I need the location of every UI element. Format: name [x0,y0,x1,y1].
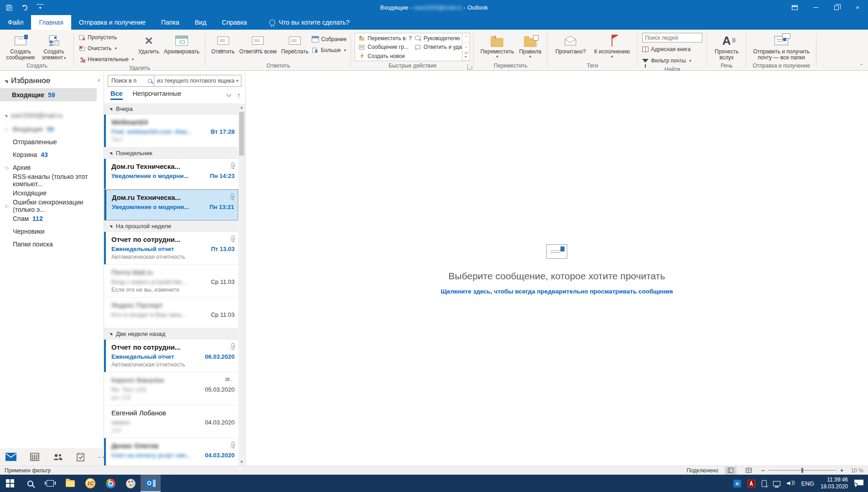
message-list-item[interactable]: Дом.ru Техническа... ✉← Уведомление о мо… [104,159,238,189]
folder-item[interactable]: Черновики [0,225,104,238]
message-list-item[interactable]: Евгений Лобанов ✉← окнкнл 04.03.2020 123 [104,405,238,438]
file-explorer-icon[interactable] [60,475,80,492]
message-group-header[interactable]: На прошлой неделе [104,220,238,232]
message-list-item[interactable]: Кирилл Вакалюк ✉← Re: Тест 123 05.03.202… [104,372,238,405]
cleanup-button[interactable]: Очистить▾ [78,44,135,53]
quick-step-team-message[interactable]: Сообщение гр... [358,44,412,51]
chrome-icon[interactable] [100,475,120,492]
expand-arrow-icon[interactable]: ▷ [5,127,9,132]
tray-outlook-icon[interactable]: o [733,480,741,487]
ribbon-tab-папка[interactable]: Папка [153,15,187,30]
zoom-slider[interactable] [768,470,837,471]
normal-view-button[interactable] [725,466,737,475]
account-root[interactable]: user2003@mail.ru [0,110,104,123]
one-c-icon[interactable]: 1С [80,475,100,492]
start-button[interactable] [0,475,20,492]
zoom-in-button[interactable]: + [840,467,843,474]
message-list-scrollbar[interactable]: ▲ ▼ [238,104,245,466]
close-button[interactable]: × [847,0,868,15]
paint-icon[interactable] [120,475,141,492]
quick-steps-scroll[interactable]: ⌃ ⌄ ▔▾ [462,33,470,61]
folder-item[interactable]: ▷ Ошибки синхронизации (только э... [0,199,104,212]
tray-clock[interactable]: 11:39:46 18.03.2020 [821,476,848,490]
send-receive-all-button[interactable]: Отправить и получить почту — все папки [750,32,813,61]
qat-customize-chevron[interactable]: ▾ [37,4,44,11]
expand-arrow-icon[interactable]: ▷ [5,165,9,170]
delete-button[interactable]: × Удалить [136,32,162,55]
archive-button[interactable]: Архивировать [162,32,202,55]
folder-item[interactable]: Отправленные [0,136,104,148]
quick-step-reply-delete[interactable]: Ответить и уда... [414,44,466,51]
junk-button[interactable]: Нежелательные▾ [78,55,135,64]
quick-steps-scroll-up[interactable]: ⌃ [462,33,470,42]
calendar-module-icon[interactable] [30,453,39,461]
rules-button[interactable]: Правила ▾ [517,32,544,59]
message-list-item[interactable]: Яндекс Паспорт ✉← Кто-то входит в Ваш ак… [104,298,238,328]
ribbon-tab-справка[interactable]: Справка [214,15,255,30]
reply-button[interactable]: ← Ответить [209,32,237,55]
address-book-button[interactable]: Адресная книга [642,45,702,54]
ribbon-tab-отправка-и-получение[interactable]: Отправка и получение [71,15,153,30]
tell-me-box[interactable]: Что вы хотите сделать? [263,15,356,30]
search-mail-input[interactable]: Поиск в п [108,75,154,87]
taskbar-search-icon[interactable] [20,475,40,492]
notification-center-icon[interactable]: 1 [854,480,863,487]
folder-item[interactable]: ▷ Архив [0,161,104,174]
task-view-icon[interactable] [40,475,60,492]
quick-step-move-to[interactable]: Переместить в: ? [358,35,412,42]
folder-item[interactable]: RSS-каналы (только этот компьют... [0,174,104,187]
tray-language-indicator[interactable]: ENG [801,480,814,487]
more-respond-button[interactable]: Больше▾ [312,46,347,55]
forward-button[interactable]: → Переслать [279,32,311,55]
quick-steps-scroll-down[interactable]: ⌄ [462,42,470,52]
read-aloud-button[interactable]: A)) Прочесть вслух [711,32,743,61]
message-list-item[interactable]: Денис Олегов ✉← Счет на оплату услуг свя… [104,438,238,466]
collapse-ribbon-chevron[interactable]: ⌃ [860,63,863,68]
meeting-button[interactable]: Собрание [312,35,347,44]
move-button[interactable]: ↓ Переместить ▾ [477,32,517,59]
message-list-item[interactable]: Wellmart24 ✉← Fwd: wellmart24.com: Изм..… [104,115,238,147]
tasks-module-icon[interactable] [77,453,84,461]
zoom-percentage[interactable]: 10 % [847,467,863,474]
ribbon-tab-вид[interactable]: Вид [187,15,214,30]
tray-adobe-icon[interactable] [748,480,755,487]
tray-usb-icon[interactable] [762,480,767,487]
send-receive-icon[interactable] [5,4,13,11]
reading-view-button[interactable] [743,466,755,475]
new-email-button[interactable]: Создать сообщение [4,32,37,61]
people-module-icon[interactable] [53,453,63,461]
folder-item[interactable]: ▷ Входящие 59 [0,123,104,136]
message-group-header[interactable]: Понедельник [104,147,238,159]
ribbon-display-options-button[interactable] [784,0,805,15]
restore-button[interactable] [826,0,847,15]
collapse-folder-pane-icon[interactable]: ‹ [98,76,100,84]
always-preview-link[interactable]: Щелкните здесь, чтобы всегда предварител… [441,288,673,295]
message-list-item[interactable]: Отчет по сотрудни... ✉← Еженедельный отч… [104,340,238,372]
folder-item[interactable]: Папки поиска [0,238,104,251]
ribbon-tab-file[interactable]: Файл [0,15,31,30]
message-group-header[interactable]: Две недели назад [104,328,238,340]
search-people-input[interactable] [642,33,702,42]
quick-steps-more[interactable]: ▔▾ [462,52,470,61]
quick-steps-dialog-launcher[interactable] [467,64,472,69]
favorite-inbox[interactable]: Входящие 59 [0,88,97,101]
filter-email-button[interactable]: Фильтр почты▾ [642,56,702,65]
tab-unread[interactable]: Непрочитанные [133,90,182,100]
ignore-button[interactable]: Пропустить [78,33,135,42]
message-list-item[interactable]: Дом.ru Техническа... ✉← Уведомление о мо… [104,189,238,220]
undo-icon[interactable] [21,4,28,11]
scroll-down-arrow[interactable]: ▼ [240,458,244,466]
new-item-button[interactable]: Создать элемент▾ [37,32,70,62]
ribbon-tab-главная[interactable]: Главная [31,15,71,30]
folder-item[interactable]: Корзина 43 [0,148,104,161]
mail-module-icon[interactable] [5,453,16,461]
message-group-header[interactable]: Вчера [104,103,238,115]
scroll-up-arrow[interactable]: ▲ [240,104,244,111]
outlook-taskbar-icon[interactable]: O [141,475,161,492]
unread-read-button[interactable]: Прочитано? [551,32,590,55]
zoom-out-button[interactable]: − [761,467,764,474]
expand-arrow-icon[interactable]: ▷ [5,204,9,209]
message-list-item[interactable]: Почта Mail.ru ✉← Вход с нового устройств… [104,265,238,298]
search-scope-dropdown[interactable]: из текущего почтового ящика ▾ [154,75,241,87]
tray-network-icon[interactable] [773,481,780,486]
